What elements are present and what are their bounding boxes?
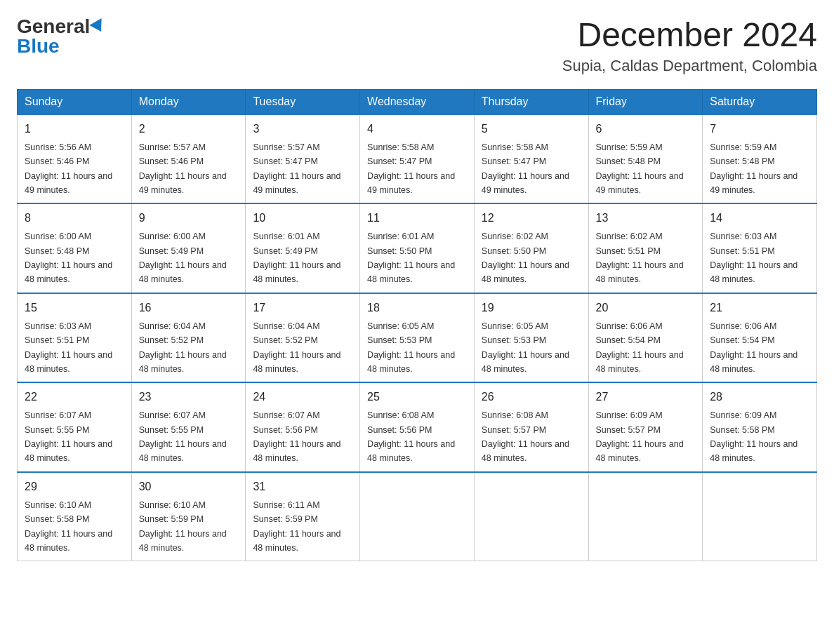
header-friday: Friday [588,89,703,114]
day-number: 22 [25,389,124,405]
day-info: Sunrise: 5:56 AMSunset: 5:46 PMDaylight:… [25,142,112,195]
day-number: 15 [25,300,124,316]
calendar-cell: 13 Sunrise: 6:02 AMSunset: 5:51 PMDaylig… [588,203,703,293]
header-tuesday: Tuesday [246,89,360,114]
calendar-cell: 19 Sunrise: 6:05 AMSunset: 5:53 PMDaylig… [474,293,588,383]
calendar-cell: 15 Sunrise: 6:03 AMSunset: 5:51 PMDaylig… [18,293,132,383]
calendar-cell: 24 Sunrise: 6:07 AMSunset: 5:56 PMDaylig… [246,382,360,472]
calendar-table: Sunday Monday Tuesday Wednesday Thursday… [17,89,817,562]
location-title: Supia, Caldas Department, Colombia [562,57,817,75]
day-info: Sunrise: 6:08 AMSunset: 5:57 PMDaylight:… [482,410,569,463]
day-info: Sunrise: 6:09 AMSunset: 5:58 PMDaylight:… [710,410,797,463]
day-info: Sunrise: 5:59 AMSunset: 5:48 PMDaylight:… [710,142,797,195]
header-sunday: Sunday [18,89,132,114]
calendar-cell: 10 Sunrise: 6:01 AMSunset: 5:49 PMDaylig… [246,203,360,293]
day-number: 9 [139,210,239,227]
calendar-cell: 27 Sunrise: 6:09 AMSunset: 5:57 PMDaylig… [588,382,703,472]
calendar-cell: 11 Sunrise: 6:01 AMSunset: 5:50 PMDaylig… [360,203,475,293]
day-number: 3 [253,121,352,137]
day-number: 24 [253,389,352,405]
day-number: 1 [25,121,124,137]
day-number: 12 [482,210,581,227]
title-block: December 2024 Supia, Caldas Department, … [562,17,817,75]
day-number: 17 [253,300,352,316]
day-number: 11 [367,210,467,227]
calendar-cell [474,472,588,561]
day-info: Sunrise: 6:06 AMSunset: 5:54 PMDaylight:… [596,321,684,374]
day-number: 21 [710,300,809,316]
day-info: Sunrise: 6:10 AMSunset: 5:58 PMDaylight:… [25,500,112,553]
day-info: Sunrise: 6:03 AMSunset: 5:51 PMDaylight:… [710,232,797,284]
logo-triangle-icon [90,18,107,35]
day-info: Sunrise: 5:57 AMSunset: 5:46 PMDaylight:… [139,142,227,195]
calendar-cell: 8 Sunrise: 6:00 AMSunset: 5:48 PMDayligh… [18,203,132,293]
day-info: Sunrise: 6:08 AMSunset: 5:56 PMDaylight:… [367,410,455,463]
calendar-cell: 9 Sunrise: 6:00 AMSunset: 5:49 PMDayligh… [131,203,246,293]
day-info: Sunrise: 6:10 AMSunset: 5:59 PMDaylight:… [139,500,227,553]
day-number: 26 [482,389,581,405]
day-info: Sunrise: 6:02 AMSunset: 5:50 PMDaylight:… [482,232,569,284]
day-number: 14 [710,210,809,227]
calendar-cell: 4 Sunrise: 5:58 AMSunset: 5:47 PMDayligh… [360,114,475,204]
day-info: Sunrise: 6:09 AMSunset: 5:57 PMDaylight:… [596,410,684,463]
day-number: 2 [139,121,239,137]
day-number: 23 [139,389,239,405]
calendar-cell: 30 Sunrise: 6:10 AMSunset: 5:59 PMDaylig… [131,472,246,561]
calendar-cell: 29 Sunrise: 6:10 AMSunset: 5:58 PMDaylig… [18,472,132,561]
day-info: Sunrise: 6:00 AMSunset: 5:48 PMDaylight:… [25,232,112,284]
calendar-cell: 25 Sunrise: 6:08 AMSunset: 5:56 PMDaylig… [360,382,475,472]
page-header: General Blue December 2024 Supia, Caldas… [17,17,817,75]
calendar-cell: 26 Sunrise: 6:08 AMSunset: 5:57 PMDaylig… [474,382,588,472]
logo: General Blue [17,17,105,56]
calendar-cell [360,472,475,561]
day-info: Sunrise: 6:01 AMSunset: 5:50 PMDaylight:… [367,232,455,284]
day-number: 31 [253,478,352,495]
day-info: Sunrise: 6:03 AMSunset: 5:51 PMDaylight:… [25,321,112,374]
day-info: Sunrise: 5:58 AMSunset: 5:47 PMDaylight:… [482,142,569,195]
header-thursday: Thursday [474,89,588,114]
calendar-cell: 2 Sunrise: 5:57 AMSunset: 5:46 PMDayligh… [131,114,246,204]
calendar-cell: 31 Sunrise: 6:11 AMSunset: 5:59 PMDaylig… [246,472,360,561]
calendar-cell: 28 Sunrise: 6:09 AMSunset: 5:58 PMDaylig… [703,382,817,472]
calendar-cell: 1 Sunrise: 5:56 AMSunset: 5:46 PMDayligh… [18,114,132,204]
week-row-1: 1 Sunrise: 5:56 AMSunset: 5:46 PMDayligh… [18,114,817,204]
calendar-cell: 14 Sunrise: 6:03 AMSunset: 5:51 PMDaylig… [703,203,817,293]
day-info: Sunrise: 6:11 AMSunset: 5:59 PMDaylight:… [253,500,340,553]
month-title: December 2024 [562,17,817,54]
day-info: Sunrise: 6:04 AMSunset: 5:52 PMDaylight:… [139,321,227,374]
calendar-cell: 21 Sunrise: 6:06 AMSunset: 5:54 PMDaylig… [703,293,817,383]
logo-general-text: General [17,17,90,36]
day-number: 4 [367,121,467,137]
day-info: Sunrise: 6:06 AMSunset: 5:54 PMDaylight:… [710,321,797,374]
day-info: Sunrise: 6:05 AMSunset: 5:53 PMDaylight:… [482,321,569,374]
day-number: 13 [596,210,696,227]
day-number: 10 [253,210,352,227]
calendar-cell: 20 Sunrise: 6:06 AMSunset: 5:54 PMDaylig… [588,293,703,383]
day-number: 19 [482,300,581,316]
calendar-cell [703,472,817,561]
day-number: 25 [367,389,467,405]
day-number: 30 [139,478,239,495]
day-number: 8 [25,210,124,227]
week-row-5: 29 Sunrise: 6:10 AMSunset: 5:58 PMDaylig… [18,472,817,561]
calendar-header-row: Sunday Monday Tuesday Wednesday Thursday… [18,89,817,114]
calendar-cell: 6 Sunrise: 5:59 AMSunset: 5:48 PMDayligh… [588,114,703,204]
day-number: 20 [596,300,696,316]
week-row-3: 15 Sunrise: 6:03 AMSunset: 5:51 PMDaylig… [18,293,817,383]
day-info: Sunrise: 6:05 AMSunset: 5:53 PMDaylight:… [367,321,455,374]
day-number: 28 [710,389,809,405]
day-info: Sunrise: 6:01 AMSunset: 5:49 PMDaylight:… [253,232,340,284]
day-info: Sunrise: 6:02 AMSunset: 5:51 PMDaylight:… [596,232,684,284]
calendar-cell: 18 Sunrise: 6:05 AMSunset: 5:53 PMDaylig… [360,293,475,383]
header-wednesday: Wednesday [360,89,475,114]
calendar-cell [588,472,703,561]
day-number: 6 [596,121,696,137]
day-number: 5 [482,121,581,137]
day-info: Sunrise: 6:07 AMSunset: 5:55 PMDaylight:… [139,410,227,463]
day-info: Sunrise: 6:07 AMSunset: 5:55 PMDaylight:… [25,410,112,463]
day-info: Sunrise: 5:59 AMSunset: 5:48 PMDaylight:… [596,142,684,195]
day-number: 7 [710,121,809,137]
logo-blue-text: Blue [17,36,60,56]
week-row-2: 8 Sunrise: 6:00 AMSunset: 5:48 PMDayligh… [18,203,817,293]
day-number: 18 [367,300,467,316]
